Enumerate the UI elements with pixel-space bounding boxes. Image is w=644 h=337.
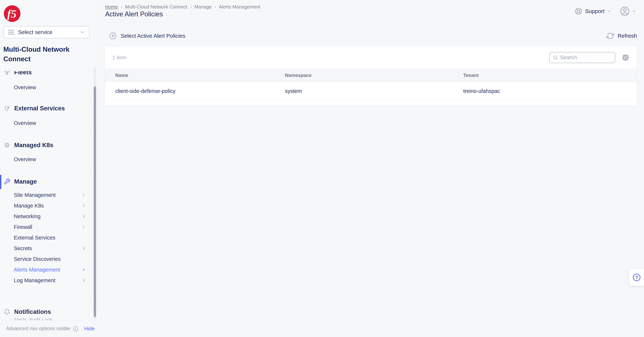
sidebar-scrollbar-thumb[interactable] — [94, 86, 96, 317]
hide-nav-link[interactable]: Hide — [84, 326, 95, 332]
chevron-down-icon — [80, 30, 85, 35]
breadcrumb-separator: › — [214, 4, 216, 10]
question-circle-icon: ? — [632, 273, 641, 282]
breadcrumb-mcn-connect[interactable]: Multi-Cloud Network Connect — [125, 4, 187, 10]
nav-item-label: Manage K8s — [14, 203, 44, 209]
refresh-label: Refresh — [618, 33, 637, 39]
chevron-right-icon — [82, 246, 86, 251]
sidebar: f5 Select service Multi-Cloud Network Co… — [0, 0, 98, 337]
sidebar-section-fleets[interactable]: Fleets — [0, 71, 98, 77]
card-bottom-padding — [105, 100, 637, 106]
app-root: f5 Select service Multi-Cloud Network Co… — [0, 0, 644, 337]
chevron-down-icon — [632, 9, 636, 13]
breadcrumb: Home › Multi-Cloud Network Connect › Man… — [105, 4, 260, 10]
chevron-down-icon — [607, 9, 612, 13]
nav-item-label: Site Management — [14, 192, 56, 198]
chevron-right-icon — [82, 225, 86, 229]
support-label: Support — [585, 8, 604, 14]
sidebar-item-networking[interactable]: Networking — [14, 211, 86, 222]
sidebar-item-firewall[interactable]: Firewall — [14, 222, 86, 232]
nav-item-label: Firewall — [14, 224, 32, 230]
help-button[interactable]: ? — [629, 269, 644, 286]
nav-item-label: External Services — [14, 235, 56, 241]
refresh-button[interactable]: Refresh — [607, 32, 637, 39]
sidebar-section-manage[interactable]: Manage — [0, 177, 98, 186]
column-header-tenant: Tenant — [463, 72, 637, 78]
page-title: Active Alert Policies — [105, 10, 163, 18]
search-icon — [553, 55, 558, 60]
divider — [0, 171, 92, 171]
sidebar-item-manage-k8s[interactable]: Manage K8s — [14, 200, 86, 211]
f5-logo-icon: f5 — [4, 5, 20, 22]
sidebar-item-log-management[interactable]: Log Management — [14, 275, 86, 286]
avatar-icon — [620, 6, 630, 16]
sidebar-item-managed-k8s-overview[interactable]: Overview — [14, 156, 86, 163]
sidebar-section-label: Fleets — [14, 71, 32, 76]
sidebar-item-alerts-management[interactable]: Alerts Management — [14, 264, 86, 275]
select-active-alert-policies-button[interactable]: Select Active Alert Policies — [109, 32, 186, 40]
info-icon[interactable] — [73, 326, 78, 332]
sidebar-scrollbar-track[interactable] — [94, 67, 96, 320]
column-header-namespace: Namespace — [285, 72, 463, 78]
table-row[interactable]: client-side-defense-policy system treino… — [105, 82, 637, 100]
sidebar-section-label: Manage — [14, 178, 37, 185]
nav-item-label: Overview — [14, 120, 36, 126]
search-box — [549, 52, 615, 63]
advanced-nav-text: Advanced nav options visible — [6, 326, 70, 332]
bell-icon — [4, 309, 10, 315]
chevron-right-icon — [82, 193, 86, 197]
notifications-subtitle: Alerts, Audit Logs — [14, 317, 98, 320]
cell-tenant: treino-ufahspac — [463, 88, 637, 94]
header-right: Support — [574, 6, 636, 16]
fleets-icon — [4, 71, 10, 76]
sidebar-item-fleets-overview[interactable]: Overview — [14, 84, 86, 91]
life-ring-icon — [574, 7, 582, 15]
breadcrumb-separator: › — [190, 4, 192, 10]
breadcrumb-alerts-management[interactable]: Alerts Management — [219, 4, 260, 10]
account-menu-button[interactable] — [620, 6, 636, 16]
chevron-right-icon — [82, 278, 86, 283]
svg-text:?: ? — [635, 275, 638, 280]
sidebar-section-external-services[interactable]: External Services — [0, 104, 98, 113]
sidebar-item-service-discoveries[interactable]: Service Discoveries — [14, 254, 86, 264]
nav-item-label: Service Discoveries — [14, 256, 61, 262]
table-toolbar: 1 item — [105, 46, 637, 69]
column-header-name: Name — [115, 72, 285, 78]
support-button[interactable]: Support — [574, 7, 612, 15]
alert-policies-table-card: 1 item Name Names — [105, 46, 637, 106]
action-bar: Select Active Alert Policies Refresh — [105, 30, 637, 41]
sidebar-item-external-services-overview[interactable]: Overview — [14, 119, 86, 127]
breadcrumb-home[interactable]: Home — [105, 4, 118, 10]
sidebar-section-managed-k8s[interactable]: Managed K8s — [0, 140, 98, 150]
product-title: Multi-Cloud Network Connect — [3, 45, 81, 64]
select-service-dropdown[interactable]: Select service — [3, 26, 90, 38]
refresh-icon — [607, 32, 614, 39]
breadcrumb-manage[interactable]: Manage — [194, 4, 212, 10]
wrench-icon — [4, 178, 10, 185]
chevron-right-icon — [82, 268, 86, 272]
nav-item-label: Log Management — [14, 277, 56, 284]
select-active-label: Select Active Alert Policies — [120, 33, 186, 39]
manage-items: Site Management Manage K8s Networking Fi… — [0, 190, 98, 286]
sidebar-item-secrets[interactable]: Secrets — [14, 243, 86, 254]
shield-arrow-icon — [4, 105, 10, 112]
nav-item-label: Networking — [14, 213, 40, 219]
sidebar-section-label: External Services — [14, 105, 65, 112]
active-section-indicator — [0, 175, 1, 189]
search-input[interactable] — [560, 54, 612, 60]
plus-circle-icon — [109, 32, 117, 40]
helm-icon — [4, 142, 10, 148]
table-settings-button[interactable] — [622, 53, 630, 62]
sidebar-item-site-management[interactable]: Site Management — [14, 190, 86, 200]
nav-item-label: Alerts Management — [14, 267, 60, 273]
sidebar-item-external-services[interactable]: External Services — [14, 232, 86, 243]
grid-icon — [8, 29, 14, 35]
divider — [0, 135, 92, 135]
row-divider — [108, 100, 633, 100]
nav-item-label: Overview — [14, 84, 36, 90]
gear-icon — [622, 53, 630, 62]
divider — [0, 301, 92, 301]
f5-logo[interactable]: f5 — [4, 5, 20, 22]
f5-logo-text: f5 — [7, 8, 16, 20]
sidebar-section-notifications[interactable]: Notifications — [0, 307, 98, 317]
